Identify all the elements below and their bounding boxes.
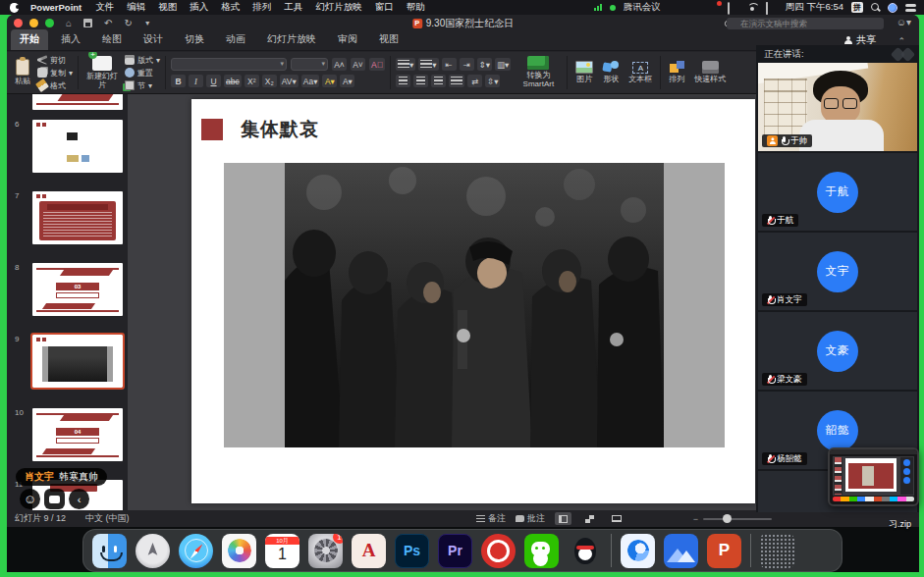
increase-font-button[interactable]: A˄ (332, 58, 347, 71)
meeting-indicator[interactable]: 腾讯会议 (624, 1, 661, 14)
reset-button[interactable]: 重置 (125, 68, 160, 79)
font-name-combobox[interactable] (171, 58, 287, 71)
apple-menu-icon[interactable] (10, 3, 19, 13)
bullets-button[interactable]: ▾ (396, 58, 415, 71)
slide-sorter-view-button[interactable] (581, 512, 598, 525)
minimize-window-button[interactable] (29, 19, 38, 27)
menu-window[interactable]: 窗口 (375, 1, 394, 14)
menu-slideshow[interactable]: 幻灯片放映 (315, 1, 362, 14)
current-slide[interactable]: 集体默哀 (191, 99, 755, 503)
textbox-button[interactable]: A文本框 (625, 60, 655, 86)
change-case-button[interactable]: Aa▾ (301, 75, 320, 87)
indent-button[interactable]: ⇥ (460, 58, 474, 71)
thumbnail-slide-7[interactable]: 7 (7, 189, 128, 258)
tab-animations[interactable]: 动画 (217, 29, 254, 50)
tab-design[interactable]: 设计 (135, 29, 172, 50)
menu-clock[interactable]: 周四 下午6:54 (786, 1, 843, 14)
qq-status-icon[interactable] (688, 3, 700, 13)
paste-button[interactable]: 粘贴 (12, 57, 33, 88)
qq-dock-icon[interactable] (568, 534, 602, 568)
participant-video-tile[interactable]: 于帅 (758, 63, 917, 151)
superscript-button[interactable]: X² (245, 75, 259, 87)
wechat-status-icon[interactable] (669, 3, 680, 13)
zoom-slider-knob[interactable] (723, 514, 732, 523)
desktop-zip-file[interactable]: 习.zip (889, 518, 911, 531)
participant-tile[interactable]: 文豪 梁文豪 (758, 312, 917, 390)
columns-button[interactable]: ▥▾ (495, 58, 511, 71)
section-button[interactable]: 节▾ (125, 80, 160, 91)
collapse-toolbar-button[interactable]: ‹ (69, 489, 89, 509)
font-size-combobox[interactable] (291, 58, 328, 71)
thumbnail-slide-8[interactable]: 8 03 (7, 261, 128, 330)
tab-transitions[interactable]: 切换 (176, 29, 213, 50)
thumbnail-slide-10[interactable]: 10 04 (7, 406, 128, 475)
smartart-button[interactable]: 转换为SmartArt (515, 54, 562, 91)
tab-insert[interactable]: 插入 (52, 29, 89, 50)
trash-dock-icon[interactable] (760, 534, 794, 568)
align-right-button[interactable] (431, 75, 446, 87)
new-slide-button[interactable]: 新建幻灯片 (83, 54, 121, 92)
tab-home[interactable]: 开始 (11, 29, 48, 50)
layout-button[interactable]: 版式▾ (125, 55, 160, 66)
wifi-icon[interactable] (747, 3, 758, 12)
zoom-window-button[interactable] (45, 19, 54, 27)
subscript-button[interactable]: X₂ (262, 75, 277, 87)
italic-button[interactable]: I (189, 75, 203, 87)
spotlight-search-icon[interactable] (871, 3, 880, 12)
numbering-button[interactable]: ▾ (418, 58, 438, 71)
menu-format[interactable]: 格式 (221, 1, 240, 14)
justify-button[interactable] (449, 75, 464, 87)
line-spacing-button[interactable]: ⇕▾ (477, 58, 492, 71)
copy-button[interactable]: 复制▾ (37, 68, 73, 79)
tab-slideshow[interactable]: 幻灯片放映 (258, 29, 325, 50)
finder-dock-icon[interactable] (92, 534, 127, 568)
menu-tools[interactable]: 工具 (284, 1, 302, 14)
align-text-button[interactable]: ⇳▾ (485, 75, 500, 87)
outdent-button[interactable]: ⇤ (442, 58, 457, 71)
menu-help[interactable]: 帮助 (407, 1, 425, 14)
bold-button[interactable]: B (171, 75, 186, 87)
cut-button[interactable]: 剪切 (37, 55, 73, 66)
display-status-icon[interactable] (728, 3, 739, 13)
thumbnail-slide-6[interactable]: 6 (7, 118, 128, 186)
language-indicator[interactable]: 中文 (中国) (85, 512, 130, 525)
save-icon[interactable] (83, 19, 92, 27)
comments-button[interactable]: 批注 (516, 512, 545, 525)
tab-review[interactable]: 审阅 (329, 29, 366, 50)
clear-format-button[interactable]: A⃠ (369, 58, 385, 71)
thumbnail-slide-5[interactable] (7, 94, 128, 112)
quick-styles-button[interactable]: 快速样式 (691, 59, 729, 86)
calendar-dock-icon[interactable]: 10月 1 (265, 534, 299, 568)
tab-view[interactable]: 视图 (370, 29, 408, 50)
chat-button[interactable] (44, 489, 65, 509)
xunlei-dock-icon[interactable] (621, 534, 655, 568)
battery-icon[interactable] (766, 3, 778, 13)
highlight-button[interactable]: A▾ (322, 75, 337, 87)
participant-tile[interactable]: 文宇 肖文宇 (758, 233, 917, 310)
launchpad-dock-icon[interactable] (136, 534, 170, 568)
meeting-status-icon[interactable] (708, 3, 720, 13)
search-input[interactable] (727, 18, 884, 29)
menu-view[interactable]: 视图 (158, 1, 177, 14)
notes-button[interactable]: 备注 (476, 512, 506, 525)
strikethrough-button[interactable]: abc (224, 75, 242, 87)
safari-dock-icon[interactable] (179, 534, 213, 568)
picture-button[interactable]: 图片 (572, 59, 596, 86)
shapes-button[interactable]: 形状 (600, 59, 622, 86)
thumbnail-slide-9-selected[interactable]: 9 (7, 333, 128, 401)
powerpoint-dock-icon[interactable]: P (707, 534, 741, 568)
autocad-dock-icon[interactable]: A (352, 534, 386, 568)
music-dock-icon[interactable] (481, 534, 516, 568)
decrease-font-button[interactable]: A˅ (351, 58, 365, 71)
menu-insert[interactable]: 插入 (190, 1, 208, 14)
siri-icon[interactable] (888, 3, 897, 13)
settings-dock-icon[interactable]: 1 (308, 534, 343, 568)
align-center-button[interactable] (413, 75, 428, 87)
close-window-button[interactable] (14, 19, 23, 27)
photoshop-dock-icon[interactable]: Ps (395, 534, 429, 568)
input-method-badge[interactable]: 拼 (851, 2, 863, 13)
app-menu-title[interactable]: PowerPoint (30, 2, 82, 13)
character-spacing-button[interactable]: AV▾ (280, 75, 299, 87)
cloud-drive-dock-icon[interactable] (664, 534, 698, 568)
participant-tile[interactable]: 于航 于航 (758, 153, 917, 231)
